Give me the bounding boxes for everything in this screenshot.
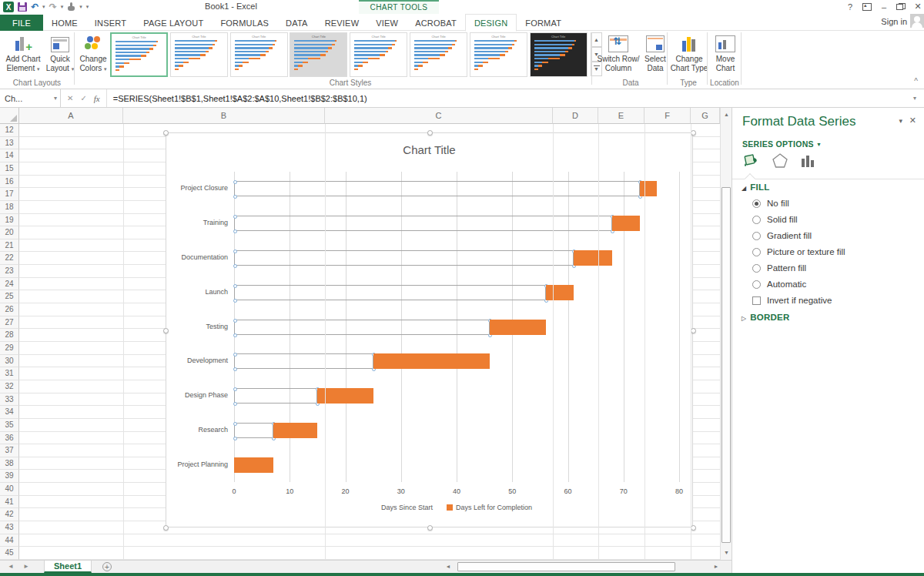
row-header-35[interactable]: 35 [0, 419, 19, 432]
chart-style-thumbnail[interactable]: Chart Title [410, 32, 467, 77]
fill-line-icon[interactable] [742, 151, 761, 172]
row-header-34[interactable]: 34 [0, 406, 19, 419]
name-box[interactable]: Ch... ▾ [0, 89, 61, 107]
tab-page-layout[interactable]: PAGE LAYOUT [135, 15, 212, 32]
series1-bar[interactable] [234, 423, 273, 438]
tab-acrobat[interactable]: ACROBAT [407, 15, 465, 32]
row-header-33[interactable]: 33 [0, 393, 19, 407]
chart-resize-handle[interactable] [427, 525, 433, 531]
formula-input[interactable]: =SERIES(Sheet1!$B$1,Sheet1!$A$2:$A$10,Sh… [107, 94, 906, 103]
column-header-A[interactable]: A [19, 108, 123, 124]
invert-if-negative-option[interactable]: Invert if negative [752, 296, 832, 305]
effects-icon[interactable] [772, 152, 788, 172]
series2-bar[interactable] [612, 216, 640, 231]
radio-icon[interactable] [752, 232, 761, 240]
fill-option-solid-fill[interactable]: Solid fill [752, 215, 798, 224]
help-button[interactable]: ? [845, 2, 855, 12]
series-options-header[interactable]: SERIES OPTIONS ▼ [742, 139, 822, 149]
series1-bar[interactable] [234, 285, 546, 300]
fill-option-gradient-fill[interactable]: Gradient fill [752, 231, 812, 240]
pane-collapse-icon[interactable]: ▾ [899, 117, 902, 125]
tab-view[interactable]: VIEW [367, 15, 407, 32]
border-section-header[interactable]: ▷BORDER [742, 313, 789, 322]
sign-in-link[interactable]: Sign in [881, 17, 907, 26]
column-header-D[interactable]: D [553, 108, 598, 124]
change-colors-button[interactable]: ChangeColors ▾ [76, 32, 110, 74]
chart-style-thumbnail[interactable]: Chart Title [470, 32, 527, 77]
row-header-24[interactable]: 24 [0, 278, 19, 291]
row-header-41[interactable]: 41 [0, 496, 19, 509]
row-header-18[interactable]: 18 [0, 201, 19, 214]
radio-icon[interactable] [752, 280, 761, 289]
chart-resize-handle[interactable] [163, 328, 169, 333]
enter-icon[interactable]: ✓ [80, 94, 86, 102]
tab-home[interactable]: HOME [43, 15, 86, 32]
row-header-26[interactable]: 26 [0, 303, 19, 316]
chart-resize-handle[interactable] [691, 328, 696, 333]
redo-icon[interactable]: ↷ [49, 2, 57, 12]
quick-layout-button[interactable]: QuickLayout ▾ [45, 32, 75, 74]
legend-item[interactable]: Days Left for Completion [447, 504, 532, 511]
row-header-27[interactable]: 27 [0, 316, 19, 330]
row-header-44[interactable]: 44 [0, 534, 19, 548]
name-box-dropdown-icon[interactable]: ▾ [54, 95, 57, 102]
series2-bar[interactable] [490, 320, 545, 335]
worksheet-area[interactable]: Chart Title 01020304050607080Project Clo… [0, 108, 732, 560]
chart-style-thumbnail[interactable]: Chart Title [290, 32, 347, 77]
tab-insert[interactable]: INSERT [86, 15, 135, 32]
row-header-17[interactable]: 17 [0, 188, 19, 201]
chart-style-thumbnail[interactable]: Chart Title [530, 32, 588, 77]
tab-review[interactable]: REVIEW [316, 15, 368, 32]
series2-bar[interactable] [574, 250, 613, 266]
vertical-scrollbar-thumb[interactable] [721, 187, 731, 543]
vertical-scrollbar[interactable]: ▲ ▼ [720, 108, 732, 560]
touch-mode-icon[interactable] [67, 2, 75, 12]
series2-bar[interactable] [317, 388, 373, 404]
move-chart-button[interactable]: MoveChart [710, 32, 741, 73]
tab-data[interactable]: DATA [277, 15, 316, 32]
series1-bar[interactable] [234, 388, 317, 404]
column-header-B[interactable]: B [123, 108, 325, 124]
radio-icon[interactable] [752, 199, 761, 208]
minimize-button[interactable]: – [879, 2, 889, 12]
row-header-25[interactable]: 25 [0, 290, 19, 303]
chart-resize-handle[interactable] [691, 525, 696, 531]
series2-bar[interactable] [640, 181, 657, 196]
chart-resize-handle[interactable] [163, 525, 169, 531]
sheet-tab-sheet1[interactable]: Sheet1 [44, 561, 92, 573]
scroll-right-icon[interactable]: ► [711, 561, 721, 572]
column-header-C[interactable]: C [325, 108, 553, 124]
row-header-14[interactable]: 14 [0, 149, 19, 162]
chart-resize-handle[interactable] [427, 130, 433, 136]
user-avatar-icon[interactable] [910, 14, 924, 28]
row-header-30[interactable]: 30 [0, 355, 19, 368]
horizontal-scrollbar[interactable]: ◄ ► [443, 561, 724, 572]
scroll-up-icon[interactable]: ▲ [721, 109, 732, 120]
switch-row-column-button[interactable]: Switch Row/Column [594, 32, 642, 73]
restore-button[interactable] [896, 3, 906, 10]
row-header-31[interactable]: 31 [0, 367, 19, 380]
expand-formula-bar-icon[interactable]: ▾ [906, 95, 924, 102]
tab-file[interactable]: FILE [0, 15, 43, 32]
chart-title[interactable]: Chart Title [166, 143, 692, 156]
row-header-19[interactable]: 19 [0, 214, 19, 227]
undo-icon[interactable]: ↶ [31, 2, 38, 12]
row-header-28[interactable]: 28 [0, 329, 19, 342]
chart-resize-handle[interactable] [691, 130, 696, 136]
row-header-43[interactable]: 43 [0, 521, 19, 534]
row-header-36[interactable]: 36 [0, 432, 19, 445]
sheet-nav-right-icon[interactable]: ► [23, 563, 29, 570]
row-header-20[interactable]: 20 [0, 226, 19, 239]
collapse-ribbon-button[interactable]: ^ [914, 77, 918, 85]
tab-format[interactable]: FORMAT [517, 15, 570, 32]
select-data-button[interactable]: SelectData [641, 32, 669, 73]
series2-bar[interactable] [234, 457, 273, 473]
series2-bar[interactable] [546, 285, 574, 300]
insert-function-icon[interactable]: fx [94, 94, 100, 103]
row-header-16[interactable]: 16 [0, 176, 19, 189]
fill-option-no-fill[interactable]: No fill [752, 199, 789, 208]
scroll-left-icon[interactable]: ◄ [443, 561, 454, 572]
row-header-15[interactable]: 15 [0, 162, 19, 176]
customize-qat-icon[interactable]: ▾ [86, 4, 89, 10]
touch-mode-dropdown-icon[interactable]: ▾ [79, 4, 82, 10]
